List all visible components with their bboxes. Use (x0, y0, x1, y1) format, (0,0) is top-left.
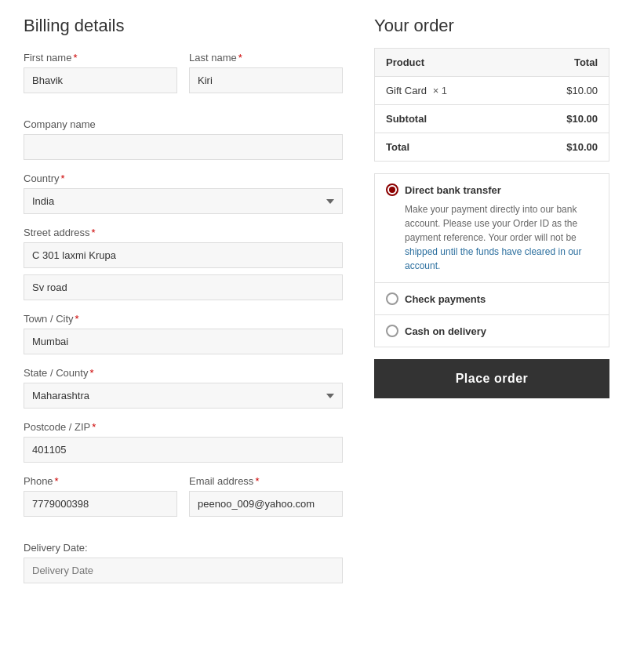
postcode-input[interactable] (24, 437, 343, 463)
city-label: Town / City* (24, 313, 343, 325)
company-name-input[interactable] (24, 134, 343, 160)
email-label: Email address* (189, 475, 343, 487)
cash-label: Cash on delivery (405, 325, 486, 337)
direct-bank-radio[interactable] (386, 183, 398, 196)
subtotal-label: Subtotal (375, 105, 518, 133)
table-row: Gift Card × 1 $10.00 (375, 77, 609, 105)
payment-option-cash[interactable]: Cash on delivery (375, 315, 609, 347)
subtotal-row: Subtotal $10.00 (375, 105, 609, 133)
street-line1-input[interactable] (24, 242, 343, 268)
last-name-group: Last name* (189, 52, 343, 93)
first-name-label: First name* (24, 52, 177, 64)
check-label: Check payments (405, 293, 486, 305)
email-group: Email address* (189, 475, 343, 517)
total-row: Total $10.00 (375, 133, 609, 162)
contact-row: Phone* Email address* (24, 475, 343, 529)
country-group: Country* India USA UK (24, 173, 343, 214)
table-header-row: Product Total (375, 49, 609, 77)
postcode-label: Postcode / ZIP* (24, 421, 343, 433)
col-total: Total (518, 49, 609, 77)
phone-label: Phone* (24, 475, 177, 487)
check-radio[interactable] (386, 292, 398, 305)
order-title: Your order (374, 16, 609, 36)
order-section: Your order Product Total Gift Card × 1 $… (374, 16, 609, 596)
total-label: Total (375, 133, 518, 162)
delivery-date-group: Delivery Date: (24, 542, 343, 583)
postcode-group: Postcode / ZIP* (24, 421, 343, 463)
direct-bank-desc: Make your payment directly into our bank… (386, 202, 598, 273)
company-name-group: Company name (24, 118, 343, 160)
last-name-input[interactable] (189, 67, 343, 93)
payment-options: Direct bank transfer Make your payment d… (374, 173, 609, 347)
phone-input[interactable] (24, 491, 177, 517)
order-table: Product Total Gift Card × 1 $10.00 Subto… (374, 48, 609, 162)
col-product: Product (375, 49, 518, 77)
total-value: $10.00 (518, 133, 609, 162)
payment-option-direct-bank[interactable]: Direct bank transfer Make your payment d… (375, 174, 609, 283)
item-price-cell: $10.00 (518, 77, 609, 105)
name-row: First name* Last name* (24, 52, 343, 106)
direct-bank-label: Direct bank transfer (405, 184, 501, 196)
phone-group: Phone* (24, 475, 177, 517)
billing-title: Billing details (24, 16, 343, 36)
item-name-cell: Gift Card × 1 (375, 77, 518, 105)
delivery-date-label: Delivery Date: (24, 542, 343, 554)
state-label: State / County* (24, 367, 343, 379)
street-address-group: Street address* (24, 227, 343, 300)
country-select[interactable]: India USA UK (24, 188, 343, 214)
street-address-label: Street address* (24, 227, 343, 238)
cash-header: Cash on delivery (386, 325, 598, 337)
check-header: Check payments (386, 292, 598, 305)
billing-section: Billing details First name* Last name* C… (24, 16, 343, 596)
city-group: Town / City* (24, 313, 343, 354)
last-name-label: Last name* (189, 52, 343, 64)
city-input[interactable] (24, 329, 343, 354)
first-name-group: First name* (24, 52, 177, 93)
direct-bank-header: Direct bank transfer (386, 183, 598, 196)
cash-radio[interactable] (386, 325, 398, 337)
payment-option-check[interactable]: Check payments (375, 283, 609, 315)
page-container: Billing details First name* Last name* C… (24, 16, 609, 596)
state-group: State / County* Maharashtra Gujarat Raja… (24, 367, 343, 409)
street-line2-input[interactable] (24, 274, 343, 300)
delivery-date-input[interactable] (24, 558, 343, 583)
place-order-button[interactable]: Place order (374, 359, 609, 398)
company-name-label: Company name (24, 118, 343, 130)
email-input[interactable] (189, 491, 343, 517)
state-select[interactable]: Maharashtra Gujarat Rajasthan (24, 383, 343, 409)
country-label: Country* (24, 173, 343, 184)
subtotal-value: $10.00 (518, 105, 609, 133)
first-name-input[interactable] (24, 67, 177, 93)
